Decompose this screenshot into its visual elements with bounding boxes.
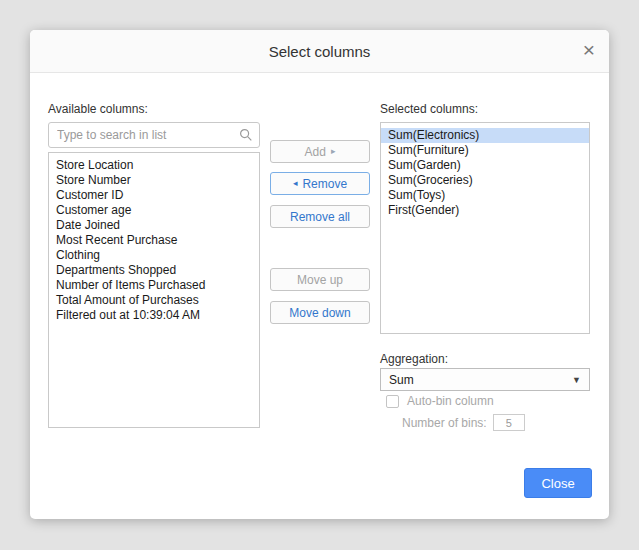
list-item[interactable]: Store Location — [49, 158, 259, 173]
list-item[interactable]: Sum(Furniture) — [381, 143, 589, 158]
screen-background: Select columns × Available columns: Stor… — [0, 0, 639, 550]
select-columns-dialog: Select columns × Available columns: Stor… — [30, 30, 609, 519]
list-item[interactable]: Number of Items Purchased — [49, 278, 259, 293]
autobin-row: Auto-bin column — [386, 394, 494, 408]
aggregation-value: Sum — [389, 373, 414, 387]
selected-columns-list[interactable]: Sum(Electronics)Sum(Furniture)Sum(Garden… — [380, 122, 590, 334]
move-down-button-label: Move down — [289, 306, 350, 320]
aggregation-label: Aggregation: — [380, 352, 448, 366]
list-item[interactable]: Customer age — [49, 203, 259, 218]
list-item[interactable]: Departments Shopped — [49, 263, 259, 278]
remove-button[interactable]: ◂ Remove — [270, 172, 370, 195]
move-down-button[interactable]: Move down — [270, 301, 370, 324]
list-item[interactable]: Sum(Electronics) — [381, 128, 589, 143]
list-item[interactable]: Sum(Toys) — [381, 188, 589, 203]
auto-bin-label: Auto-bin column — [407, 394, 494, 408]
move-up-button-label: Move up — [297, 273, 343, 287]
list-item[interactable]: Store Number — [49, 173, 259, 188]
list-item[interactable]: Clothing — [49, 248, 259, 263]
list-item[interactable]: First(Gender) — [381, 203, 589, 218]
search-input[interactable] — [48, 122, 260, 148]
list-item[interactable]: Filtered out at 10:39:04 AM — [49, 308, 259, 323]
remove-all-button-label: Remove all — [290, 210, 350, 224]
selected-columns-label: Selected columns: — [380, 102, 478, 116]
auto-bin-checkbox[interactable] — [386, 395, 399, 408]
move-up-button[interactable]: Move up — [270, 268, 370, 291]
remove-arrow-icon: ◂ — [293, 179, 298, 188]
add-button[interactable]: Add ▸ — [270, 140, 370, 163]
number-of-bins-input[interactable] — [493, 414, 525, 431]
list-item[interactable]: Sum(Garden) — [381, 158, 589, 173]
remove-all-button[interactable]: Remove all — [270, 205, 370, 228]
remove-button-label: Remove — [302, 177, 347, 191]
available-columns-list[interactable]: Store LocationStore NumberCustomer IDCus… — [48, 152, 260, 428]
close-icon[interactable]: × — [583, 39, 595, 61]
list-item[interactable]: Total Amount of Purchases — [49, 293, 259, 308]
list-item[interactable]: Sum(Groceries) — [381, 173, 589, 188]
dialog-title: Select columns — [269, 43, 371, 60]
dropdown-arrow-icon: ▼ — [572, 375, 581, 385]
number-of-bins-label: Number of bins: — [402, 416, 487, 430]
close-button[interactable]: Close — [524, 468, 592, 498]
add-arrow-icon: ▸ — [331, 147, 336, 156]
dialog-header: Select columns × — [30, 30, 609, 73]
aggregation-dropdown[interactable]: Sum ▼ — [380, 368, 590, 391]
add-button-label: Add — [305, 145, 326, 159]
close-button-label: Close — [541, 476, 574, 491]
list-item[interactable]: Date Joined — [49, 218, 259, 233]
search-icon — [239, 128, 253, 142]
available-columns-label: Available columns: — [48, 102, 148, 116]
list-item[interactable]: Most Recent Purchase — [49, 233, 259, 248]
bins-row: Number of bins: — [402, 414, 525, 431]
search-box — [48, 122, 260, 148]
list-item[interactable]: Customer ID — [49, 188, 259, 203]
